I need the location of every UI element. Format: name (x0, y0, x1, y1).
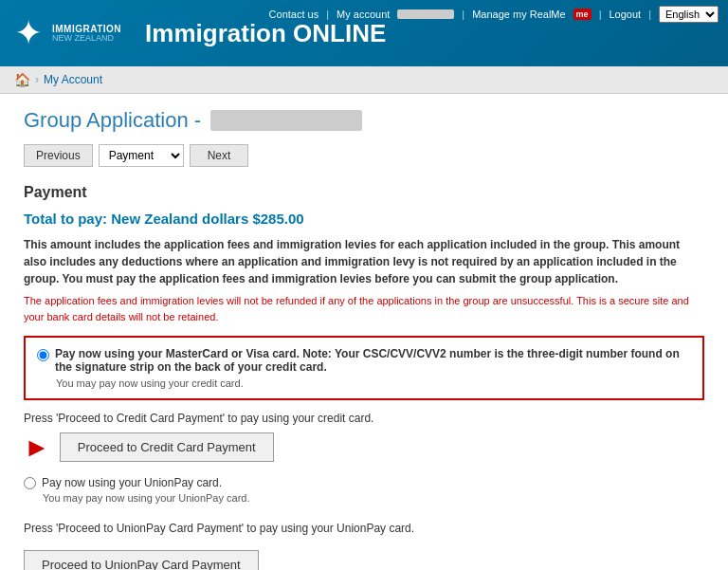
proceed-unionpay-button[interactable]: Proceed to UnionPay Card Payment (24, 550, 259, 570)
language-select[interactable]: English (659, 6, 719, 23)
wizard-step-dropdown[interactable]: Payment (99, 144, 184, 167)
logo-immigration-label: IMMIGRATION (52, 24, 121, 34)
account-placeholder (397, 9, 454, 19)
header-nav: Contact us | My account | Manage my Real… (269, 6, 719, 23)
wizard-nav: Previous Payment Next (24, 144, 704, 167)
page-title: Group Application - (24, 108, 704, 133)
creditcard-radio[interactable] (37, 349, 49, 361)
page-title-text: Group Application - (24, 108, 201, 133)
unionpay-sub: You may pay now using your UnionPay card… (43, 492, 704, 504)
logo-nz-label: NEW ZEALAND (52, 34, 121, 44)
unionpay-option: Pay now using your UnionPay card. You ma… (24, 475, 704, 504)
contact-link[interactable]: Contact us (269, 9, 319, 20)
unionpay-option-label[interactable]: Pay now using your UnionPay card. (24, 475, 704, 489)
section-heading: Payment (24, 184, 704, 201)
proceed-cc-button[interactable]: Proceed to Credit Card Payment (60, 432, 274, 462)
application-id-placeholder (210, 110, 362, 131)
creditcard-option-box: Pay now using your MasterCard or Visa ca… (24, 336, 704, 400)
red-arrow-icon: ► (24, 434, 50, 461)
main-content: Group Application - Previous Payment Nex… (0, 94, 728, 570)
creditcard-hint: Press 'Proceed to Credit Card Payment' t… (24, 412, 704, 425)
proceed-cc-row: ► Proceed to Credit Card Payment (24, 432, 704, 462)
next-button[interactable]: Next (190, 144, 249, 167)
total-line: Total to pay: New Zealand dollars $285.0… (24, 211, 704, 227)
creditcard-label-text: Pay now using your MasterCard or Visa ca… (55, 347, 691, 374)
manage-realme-link[interactable]: Manage my RealMe (472, 9, 565, 20)
home-icon: 🏠 (14, 72, 30, 87)
breadcrumb: 🏠 › My Account (0, 66, 728, 94)
logout-link[interactable]: Logout (609, 9, 641, 20)
realme-icon: me (573, 9, 592, 20)
creditcard-option-label[interactable]: Pay now using your MasterCard or Visa ca… (37, 347, 691, 374)
fern-icon: ✦ (14, 16, 43, 50)
desc-bold: This amount includes the application fee… (24, 236, 704, 287)
my-account-link[interactable]: My account (337, 9, 390, 20)
header: ✦ IMMIGRATION NEW ZEALAND Immigration ON… (0, 0, 728, 66)
creditcard-sub: You may pay now using your credit card. (56, 377, 691, 389)
unionpay-radio[interactable] (24, 477, 36, 489)
unionpay-label-text: Pay now using your UnionPay card. (42, 476, 222, 489)
previous-button[interactable]: Previous (24, 144, 93, 167)
unionpay-hint: Press 'Proceed to UnionPay Card Payment'… (24, 522, 704, 535)
desc-refund: The application fees and immigration lev… (24, 293, 704, 324)
logo-text: IMMIGRATION NEW ZEALAND (52, 24, 121, 44)
my-account-breadcrumb[interactable]: My Account (44, 73, 102, 86)
site-title: Immigration ONLINE (145, 19, 386, 48)
